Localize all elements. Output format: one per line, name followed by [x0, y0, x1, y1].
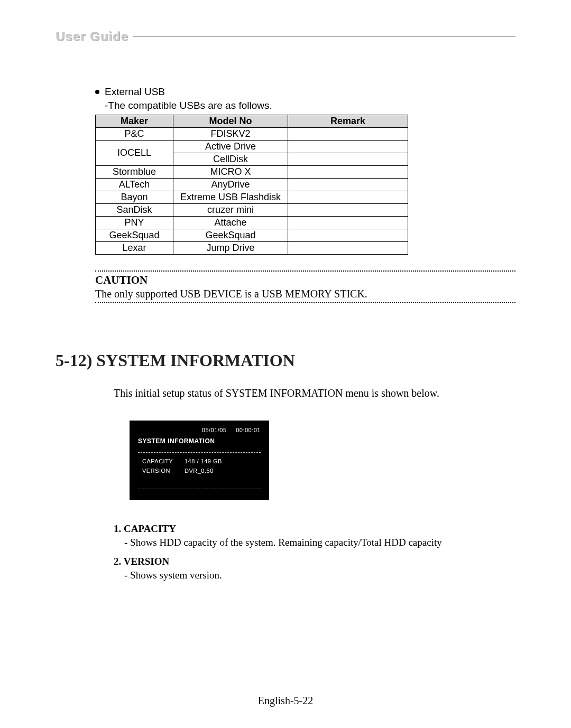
cell-model: cruzer mini	[173, 204, 288, 217]
dotted-rule-top	[95, 270, 515, 272]
cell-maker: PNY	[96, 217, 173, 229]
table-row: GeekSquad GeekSquad	[96, 229, 408, 242]
caution-title: CAUTION	[95, 274, 515, 287]
cell-maker: Stormblue	[96, 166, 173, 179]
cell-maker: P&C	[96, 128, 173, 141]
cell-model: Active Drive	[173, 141, 288, 153]
caution-text: The only supported USB DEVICE is a USB M…	[95, 288, 515, 300]
screen-date: 05/01/05	[202, 427, 227, 433]
cell-model: GeekSquad	[173, 229, 288, 242]
cell-maker: Lexar	[96, 242, 173, 255]
item-head-version: 2. VERSION	[114, 556, 515, 567]
item-body-version: - Shows system version.	[124, 570, 515, 581]
table-row: P&C FDISKV2	[96, 128, 408, 141]
content: External USB -The compatible USBs are as…	[56, 86, 515, 303]
usb-compat-table: Maker Model No Remark P&C FDISKV2 IOCELL…	[95, 115, 408, 255]
cell-maker: GeekSquad	[96, 229, 173, 242]
table-row: Lexar Jump Drive	[96, 242, 408, 255]
table-header-row: Maker Model No Remark	[96, 115, 408, 128]
cell-model: FDISKV2	[173, 128, 288, 141]
table-row: PNY Attache	[96, 217, 408, 229]
screen-divider-bottom	[138, 489, 261, 489]
item-body-capacity: - Shows HDD capacity of the system. Rema…	[124, 537, 515, 548]
cell-remark	[288, 153, 408, 166]
table-row: IOCELL Active Drive	[96, 141, 408, 153]
cell-remark	[288, 166, 408, 179]
screen-time: 00:00:01	[236, 427, 261, 433]
bullet-icon	[95, 90, 99, 94]
screen-datetime: 05/01/05 00:00:01	[138, 427, 261, 433]
dotted-rule-bottom	[95, 302, 515, 303]
cell-model: Attache	[173, 217, 288, 229]
bullet-external-usb: External USB	[95, 86, 515, 98]
screen-value: DVR_0.50	[185, 468, 214, 474]
cell-remark	[288, 204, 408, 217]
cell-remark	[288, 191, 408, 204]
page: User Guide External USB -The compatible …	[0, 0, 571, 602]
cell-model: Jump Drive	[173, 242, 288, 255]
cell-remark	[288, 128, 408, 141]
screen-title: SYSTEM INFORMATION	[138, 437, 261, 445]
table-row: ALTech AnyDrive	[96, 179, 408, 191]
th-model: Model No	[173, 115, 288, 128]
th-remark: Remark	[288, 115, 408, 128]
item-head-capacity: 1. CAPACITY	[114, 523, 515, 535]
cell-maker: SanDisk	[96, 204, 173, 217]
section-heading: 5-12) SYSTEM INFORMATION	[56, 351, 515, 370]
caution-block: CAUTION The only supported USB DEVICE is…	[95, 270, 515, 303]
page-footer: English-5-22	[0, 695, 571, 707]
table-row: Stormblue MICRO X	[96, 166, 408, 179]
header-rule	[133, 36, 515, 37]
cell-maker: IOCELL	[96, 141, 173, 166]
screen-divider	[138, 452, 261, 453]
bullet-label: External USB	[105, 86, 165, 98]
bullet-subtext: -The compatible USBs are as follows.	[105, 100, 515, 111]
cell-model: Extreme USB Flashdisk	[173, 191, 288, 204]
header-title: User Guide	[56, 29, 128, 44]
cell-model: MICRO X	[173, 166, 288, 179]
cell-maker: Bayon	[96, 191, 173, 204]
numbered-list: 1. CAPACITY - Shows HDD capacity of the …	[114, 523, 515, 581]
cell-model: CellDisk	[173, 153, 288, 166]
cell-remark	[288, 179, 408, 191]
screen-value: 148 / 149 GB	[185, 458, 222, 464]
cell-model: AnyDrive	[173, 179, 288, 191]
cell-remark	[288, 242, 408, 255]
system-info-screen: 05/01/05 00:00:01 SYSTEM INFORMATION CAP…	[130, 421, 269, 500]
table-row: Bayon Extreme USB Flashdisk	[96, 191, 408, 204]
screen-row-capacity: CAPACITY 148 / 149 GB	[138, 458, 261, 464]
th-maker: Maker	[96, 115, 173, 128]
page-header: User Guide	[56, 29, 515, 44]
screen-label: CAPACITY	[138, 458, 185, 464]
cell-maker: ALTech	[96, 179, 173, 191]
intro-text: This initial setup status of SYSTEM INFO…	[114, 387, 515, 399]
cell-remark	[288, 229, 408, 242]
table-row: SanDisk cruzer mini	[96, 204, 408, 217]
cell-remark	[288, 217, 408, 229]
screen-row-version: VERSION DVR_0.50	[138, 468, 261, 474]
cell-remark	[288, 141, 408, 153]
screen-label: VERSION	[138, 468, 185, 474]
